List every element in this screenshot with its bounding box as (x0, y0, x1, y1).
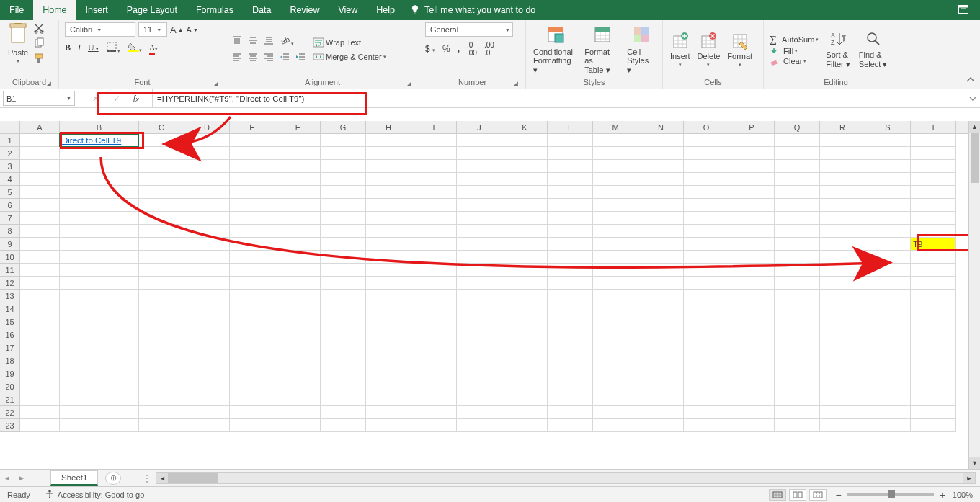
cell[interactable] (593, 238, 638, 251)
row-header[interactable]: 23 (0, 419, 20, 432)
cell[interactable] (60, 393, 139, 406)
cell[interactable] (911, 264, 956, 277)
row-header[interactable]: 16 (0, 328, 20, 341)
cell[interactable] (548, 160, 593, 173)
cell[interactable] (321, 290, 366, 302)
cell[interactable] (502, 341, 548, 354)
cell[interactable] (60, 160, 139, 173)
cell[interactable] (502, 147, 548, 160)
cell[interactable] (638, 328, 684, 341)
tab-help[interactable]: Help (367, 0, 404, 20)
cell[interactable] (638, 147, 684, 160)
cell[interactable] (139, 302, 184, 315)
cell[interactable] (411, 134, 457, 147)
cell[interactable] (184, 251, 230, 264)
decrease-decimal-icon[interactable]: .00.0 (484, 41, 494, 57)
cell[interactable] (411, 419, 457, 432)
cell[interactable] (684, 367, 729, 380)
cell[interactable] (593, 264, 638, 277)
vertical-scrollbar[interactable]: ▲ ▼ (968, 121, 980, 469)
cell[interactable] (548, 238, 593, 251)
column-header[interactable]: B (60, 121, 139, 133)
cell[interactable] (366, 134, 411, 147)
cell[interactable] (548, 186, 593, 199)
cell[interactable] (411, 212, 457, 225)
cell[interactable] (638, 290, 684, 302)
cell[interactable] (865, 380, 911, 393)
cell[interactable] (366, 406, 411, 419)
column-header[interactable]: T (911, 121, 956, 133)
cell[interactable] (184, 315, 230, 328)
cell[interactable] (593, 419, 638, 432)
copy-icon[interactable] (33, 37, 45, 51)
cell[interactable] (457, 354, 502, 367)
cell[interactable] (911, 315, 956, 328)
cell[interactable] (729, 406, 775, 419)
cell[interactable] (411, 393, 457, 406)
cell[interactable] (366, 354, 411, 367)
cell[interactable] (638, 393, 684, 406)
cell[interactable] (139, 212, 184, 225)
number-format-dropdown[interactable]: General▼ (425, 22, 513, 37)
accessibility-icon[interactable] (45, 489, 55, 501)
zoom-in-button[interactable]: + (940, 489, 945, 501)
cell[interactable] (729, 212, 775, 225)
cell[interactable] (684, 315, 729, 328)
tab-insert[interactable]: Insert (76, 0, 117, 20)
cell[interactable] (321, 238, 366, 251)
column-header[interactable]: J (457, 121, 502, 133)
cell[interactable] (321, 251, 366, 264)
cell[interactable] (321, 199, 366, 212)
tell-me[interactable]: Tell me what you want to do (410, 0, 535, 20)
cell[interactable] (321, 419, 366, 432)
row-header[interactable]: 14 (0, 302, 20, 315)
formula-input[interactable]: =HYPERLINK("#T9", "Direct to Cell T9") (153, 89, 966, 107)
cell[interactable] (184, 277, 230, 290)
cell[interactable] (20, 406, 60, 419)
cell[interactable] (593, 367, 638, 380)
cell[interactable] (729, 393, 775, 406)
cell[interactable] (775, 277, 820, 290)
cell[interactable] (548, 264, 593, 277)
row-header[interactable]: 19 (0, 367, 20, 380)
fill-color-button[interactable]: ▾ (128, 42, 142, 54)
cell[interactable] (20, 238, 60, 251)
cell[interactable] (820, 277, 865, 290)
cell[interactable] (184, 199, 230, 212)
cell[interactable] (275, 147, 321, 160)
cell[interactable] (60, 328, 139, 341)
decrease-font-icon[interactable]: A▼ (187, 25, 198, 34)
column-header[interactable]: H (366, 121, 411, 133)
cell[interactable] (366, 238, 411, 251)
cell[interactable] (502, 186, 548, 199)
cell[interactable] (60, 419, 139, 432)
cell[interactable] (911, 341, 956, 354)
cell[interactable] (321, 406, 366, 419)
cell[interactable] (775, 367, 820, 380)
cell[interactable] (20, 302, 60, 315)
row-header[interactable]: 6 (0, 199, 20, 212)
cell[interactable] (911, 277, 956, 290)
column-header[interactable]: R (820, 121, 865, 133)
bold-button[interactable]: B (65, 42, 71, 53)
cell[interactable] (865, 264, 911, 277)
cell[interactable] (457, 315, 502, 328)
cell[interactable] (457, 251, 502, 264)
cell[interactable] (457, 225, 502, 238)
cell[interactable] (820, 225, 865, 238)
cell[interactable] (20, 341, 60, 354)
cell[interactable] (593, 147, 638, 160)
cell[interactable] (60, 302, 139, 315)
cell[interactable] (502, 419, 548, 432)
name-box[interactable]: B1 ▼ (3, 91, 75, 106)
cell[interactable] (139, 134, 184, 147)
cell[interactable] (775, 251, 820, 264)
cell[interactable] (865, 354, 911, 367)
cell[interactable] (457, 199, 502, 212)
cell[interactable] (548, 406, 593, 419)
cell[interactable] (729, 277, 775, 290)
cell[interactable] (865, 186, 911, 199)
cell[interactable] (366, 380, 411, 393)
cell[interactable] (729, 199, 775, 212)
delete-cells-button[interactable]: Delete▾ (696, 32, 722, 68)
